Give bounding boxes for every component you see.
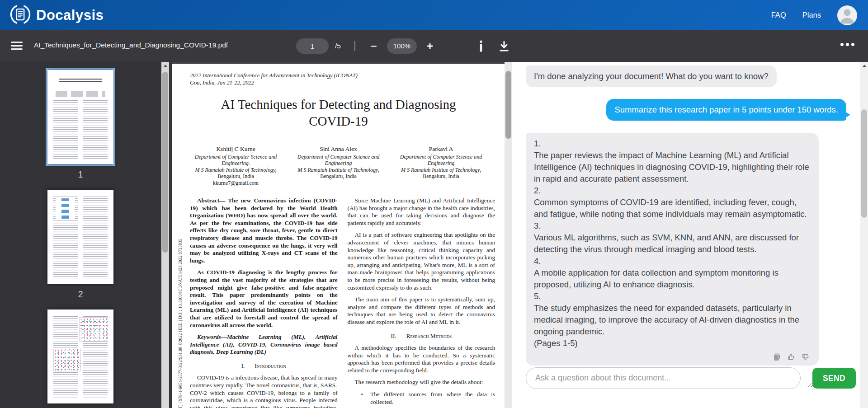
- viewer-scrollbar[interactable]: [505, 62, 512, 408]
- abstract-paragraph-2: As COVID-19 diagnosing is the lengthy pr…: [190, 269, 338, 329]
- sidebar-scrollbar[interactable]: [161, 62, 169, 408]
- chat-scrollbar-thumb[interactable]: [861, 109, 867, 218]
- send-button[interactable]: SEND: [812, 368, 856, 389]
- thumbs-up-icon[interactable]: [786, 352, 796, 362]
- author-block-3: Parkavi A Department of Computer Science…: [390, 146, 492, 186]
- top-navbar: Docalysis FAQ Plans: [0, 0, 868, 30]
- methods-paragraph-2: The research methodology will give the d…: [348, 379, 495, 386]
- page-number-input[interactable]: [296, 38, 329, 54]
- scroll-up-arrow[interactable]: [161, 62, 169, 70]
- viewer-scrollbar-thumb[interactable]: [505, 71, 511, 139]
- nav-link-plans[interactable]: Plans: [802, 11, 821, 19]
- zoom-level-display[interactable]: 100%: [387, 38, 417, 54]
- thumbnail-page-number: 2: [78, 289, 83, 300]
- brand[interactable]: Docalysis: [10, 4, 104, 27]
- textarea-resize-handle[interactable]: [808, 382, 813, 387]
- zoom-out-button[interactable]: [368, 40, 380, 52]
- pdf-right-column: Since Machine Learning (ML) and Artifici…: [348, 197, 495, 408]
- pdf-left-column: Abstract— The new Coronavirus infection …: [190, 197, 338, 408]
- zoom-in-button[interactable]: [424, 40, 436, 52]
- more-options-icon[interactable]: [840, 43, 854, 46]
- author-block-1: Kshitij C Kurne Department of Computer S…: [184, 146, 287, 186]
- toolbar-divider: [354, 41, 355, 51]
- conference-header-line2: Goa, India. Jan 21-22, 2022: [190, 79, 505, 86]
- page-thumbnail-3[interactable]: [46, 308, 115, 405]
- assistant-message: I'm done analyzing your document! What d…: [526, 66, 777, 87]
- bullet-item: The different sources from where the dat…: [361, 391, 495, 406]
- sidebar-scrollbar-thumb[interactable]: [162, 72, 168, 253]
- chat-question-input[interactable]: [526, 367, 801, 389]
- section-heading-research-methods: II.Research Methods: [348, 333, 495, 340]
- docalysis-logo-icon: [10, 4, 31, 27]
- conference-header-line1: 2022 International Conference for Advanc…: [190, 72, 505, 79]
- sidebar-toggle-icon[interactable]: [11, 40, 23, 51]
- copyright-sidebar-text: 2022 International Conference for Advanc…: [178, 196, 183, 408]
- pdf-viewer: 2022 International Conference for Advanc…: [172, 62, 512, 408]
- document-info-icon[interactable]: [478, 40, 484, 52]
- keywords: Keywords—Machine Learning (ML), Artifici…: [190, 333, 338, 356]
- page-thumbnail-1[interactable]: [46, 68, 115, 166]
- chat-scrollbar[interactable]: [860, 62, 868, 408]
- user-message: Summarize this research paper in 5 point…: [606, 99, 846, 121]
- right-paragraph-3: The main aim of this paper is to systema…: [348, 296, 495, 326]
- chat-panel: I'm done analyzing your document! What d…: [512, 62, 868, 408]
- paper-title-line1: AI Techniques for Detecting and Diagnosi…: [172, 96, 505, 113]
- brand-name: Docalysis: [36, 7, 104, 23]
- document-filename: AI_Techniques_for_Detecting_and_Diagnosi…: [34, 41, 228, 49]
- nav-link-faq[interactable]: FAQ: [771, 11, 786, 19]
- page-thumbnail-2[interactable]: [46, 188, 115, 286]
- person-icon: [837, 5, 857, 25]
- section-heading-introduction: I.Introduction: [190, 362, 338, 370]
- user-avatar[interactable]: [837, 5, 857, 25]
- thumbs-down-icon[interactable]: [801, 352, 811, 362]
- thumbnail-sidebar: 1 2: [0, 62, 172, 408]
- assistant-summary-message: 1. The paper reviews the impact of Machi…: [526, 133, 819, 366]
- thumbnail-page-number: 1: [78, 169, 83, 180]
- abstract-paragraph-1: Abstract— The new Coronavirus infection …: [190, 197, 338, 264]
- right-paragraph-2: AI is a part of software engineering tha…: [348, 231, 495, 291]
- scroll-up-arrow[interactable]: [860, 62, 868, 70]
- right-paragraph-1: Since Machine Learning (ML) and Artifici…: [348, 197, 495, 227]
- author-block-2: Sini Anna Alex Department of Computer Sc…: [287, 146, 390, 186]
- pdf-toolbar: AI_Techniques_for_Detecting_and_Diagnosi…: [0, 30, 868, 62]
- download-icon[interactable]: [498, 40, 510, 52]
- minus-icon: [370, 42, 377, 50]
- paper-title-line2: COVID-19: [172, 113, 505, 130]
- copy-icon[interactable]: [772, 352, 782, 362]
- pdf-page-1: 2022 International Conference for Advanc…: [172, 64, 505, 408]
- methods-paragraph-1: A methodology specifies the boundaries o…: [348, 344, 495, 374]
- plus-icon: [426, 42, 434, 50]
- page-count-label: /5: [335, 42, 341, 50]
- intro-paragraph-1: COVID-19 is a infectious disease, that h…: [190, 374, 338, 408]
